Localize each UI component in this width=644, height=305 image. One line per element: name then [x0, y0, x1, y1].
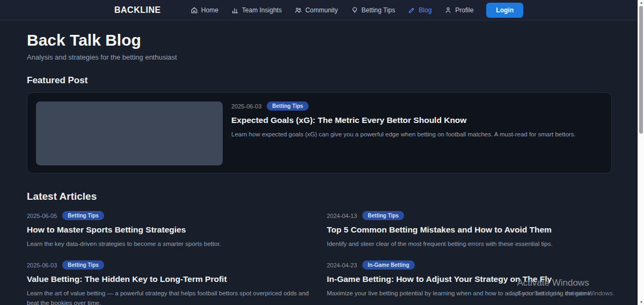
article-excerpt: Maximize your live betting potential by …	[327, 289, 617, 298]
featured-post-heading: Featured Post	[27, 75, 617, 86]
nav-item-label: Home	[201, 6, 218, 14]
category-badge: Betting Tips	[62, 211, 104, 220]
article-item[interactable]: 2024-04-13 Betting Tips Top 5 Common Bet…	[327, 211, 617, 249]
article-date: 2025-06-05	[27, 213, 57, 219]
page-title: Back Talk Blog	[27, 31, 617, 49]
people-icon	[295, 6, 302, 14]
articles-grid: 2025-06-05 Betting Tips How to Master Sp…	[27, 211, 617, 305]
vertical-scrollbar[interactable]: ▲ ▼	[638, 0, 644, 305]
page-subtitle: Analysis and strategies for the betting …	[27, 53, 617, 61]
article-date: 2024-04-13	[327, 213, 357, 219]
brand-logo: BACKLINE	[114, 5, 161, 15]
featured-post-body: 2025-06-03 Betting Tips Expected Goals (…	[231, 101, 576, 164]
hero-section: Back Talk Blog Analysis and strategies f…	[0, 20, 644, 61]
navbar-inner: BACKLINE Home Team Insights Community Be…	[114, 3, 523, 18]
category-badge: Betting Tips	[362, 211, 404, 220]
latest-articles-heading: Latest Articles	[27, 191, 617, 202]
featured-post-excerpt: Learn how expected goals (xG) can give y…	[231, 130, 576, 139]
pen-icon	[408, 6, 415, 14]
nav-item-home[interactable]: Home	[191, 6, 218, 14]
scrollbar-down-arrow-icon[interactable]: ▼	[638, 300, 644, 305]
featured-post-date: 2025-06-03	[231, 103, 261, 110]
top-navbar: BACKLINE Home Team Insights Community Be…	[0, 0, 638, 20]
article-excerpt: Learn the key data-driven strategies to …	[27, 239, 317, 249]
person-icon	[444, 6, 452, 14]
nav-item-team-insights[interactable]: Team Insights	[231, 6, 282, 14]
nav-item-label: Profile	[455, 6, 473, 14]
category-badge: Betting Tips	[62, 260, 104, 270]
lightbulb-icon	[351, 6, 358, 14]
article-title: Top 5 Common Betting Mistakes and How to…	[327, 225, 617, 235]
featured-post-title: Expected Goals (xG): The Metric Every Be…	[231, 115, 576, 125]
scrollbar-up-arrow-icon[interactable]: ▲	[638, 0, 644, 5]
home-icon	[191, 6, 198, 14]
article-excerpt: Identify and steer clear of the most fre…	[327, 239, 617, 249]
featured-post-image-placeholder	[36, 101, 223, 165]
article-item[interactable]: 2024-04-23 In-Game Betting In-Game Betti…	[327, 260, 617, 305]
article-meta-row: 2024-04-13 Betting Tips	[327, 211, 617, 220]
article-date: 2025-06-03	[27, 262, 57, 268]
article-meta-row: 2024-04-23 In-Game Betting	[327, 260, 617, 270]
nav-item-blog[interactable]: Blog	[408, 6, 431, 14]
article-item[interactable]: 2025-06-05 Betting Tips How to Master Sp…	[27, 211, 317, 249]
login-button[interactable]: Login	[486, 3, 523, 18]
article-item[interactable]: 2025-06-03 Betting Tips Value Betting: T…	[27, 260, 317, 305]
featured-meta-row: 2025-06-03 Betting Tips	[231, 101, 576, 111]
nav-item-profile[interactable]: Profile	[444, 6, 473, 14]
article-title: In-Game Betting: How to Adjust Your Stra…	[327, 274, 617, 284]
nav-item-betting-tips[interactable]: Betting Tips	[351, 6, 396, 14]
category-badge: In-Game Betting	[362, 260, 414, 270]
category-badge: Betting Tips	[267, 101, 309, 111]
featured-post-card[interactable]: 2025-06-03 Betting Tips Expected Goals (…	[27, 92, 612, 173]
article-title: How to Master Sports Betting Strategies	[27, 225, 317, 235]
nav-item-label: Team Insights	[242, 6, 282, 14]
article-excerpt: Learn the art of value betting — a power…	[27, 289, 317, 305]
scrollbar-thumb[interactable]	[639, 6, 643, 134]
article-title: Value Betting: The Hidden Key to Long-Te…	[27, 274, 317, 284]
nav-item-label: Betting Tips	[362, 6, 396, 14]
article-meta-row: 2025-06-03 Betting Tips	[27, 260, 317, 270]
bar-chart-icon	[231, 6, 239, 14]
nav-item-label: Community	[305, 6, 338, 14]
article-date: 2024-04-23	[327, 262, 357, 268]
nav-item-label: Blog	[419, 6, 431, 14]
main-nav: Home Team Insights Community Betting Tip…	[191, 3, 523, 18]
article-meta-row: 2025-06-05 Betting Tips	[27, 211, 317, 220]
nav-item-community[interactable]: Community	[295, 6, 338, 14]
